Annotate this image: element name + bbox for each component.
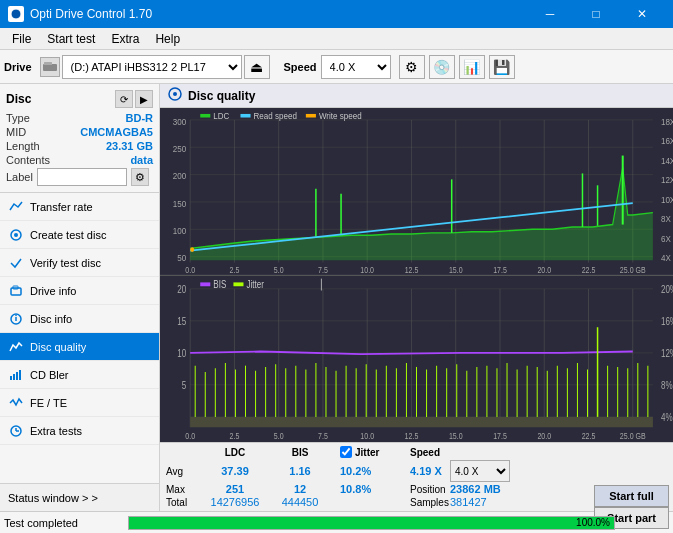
svg-text:10.0: 10.0 xyxy=(360,430,374,440)
speed-select[interactable]: 4.0 X xyxy=(321,55,391,79)
sidebar-item-transfer-rate[interactable]: Transfer rate xyxy=(0,193,159,221)
menu-help[interactable]: Help xyxy=(147,30,188,48)
sidebar-item-create-test-disc[interactable]: Create test disc xyxy=(0,221,159,249)
sidebar-label-disc-quality: Disc quality xyxy=(30,341,86,353)
minimize-button[interactable]: ─ xyxy=(527,0,573,28)
content-header-title: Disc quality xyxy=(188,89,255,103)
sidebar-item-disc-info[interactable]: Disc info xyxy=(0,305,159,333)
status-window-item[interactable]: Status window > > xyxy=(0,483,159,511)
disc-label-label: Label xyxy=(6,171,33,183)
jitter-header: Jitter xyxy=(355,447,379,458)
svg-text:BIS: BIS xyxy=(213,278,226,289)
disc-mid-value[interactable]: CMCMAGBA5 xyxy=(80,126,153,138)
svg-marker-113 xyxy=(190,416,653,426)
chart-button[interactable]: 📊 xyxy=(459,55,485,79)
svg-point-18 xyxy=(173,92,177,96)
disc-icon-btn-1[interactable]: ⟳ xyxy=(115,90,133,108)
speed-header: Speed xyxy=(410,447,450,458)
svg-text:25.0 GB: 25.0 GB xyxy=(620,266,646,275)
sidebar-label-extra-tests: Extra tests xyxy=(30,425,82,437)
total-label: Total xyxy=(166,497,200,508)
sidebar-label-drive-info: Drive info xyxy=(30,285,76,297)
sidebar: Disc ⟳ ▶ Type BD-R MID CMCMAGBA5 Length … xyxy=(0,84,160,511)
sidebar-item-fe-te[interactable]: FE / TE xyxy=(0,389,159,417)
svg-text:12%: 12% xyxy=(661,347,673,358)
progress-text: 100.0% xyxy=(576,517,610,529)
svg-rect-70 xyxy=(200,114,210,118)
sidebar-item-verify-test-disc[interactable]: Verify test disc xyxy=(0,249,159,277)
close-button[interactable]: ✕ xyxy=(619,0,665,28)
drive-select[interactable]: (D:) ATAPI iHBS312 2 PL17 xyxy=(62,55,242,79)
svg-rect-12 xyxy=(16,372,18,380)
disc-info-icon xyxy=(8,311,24,327)
top-chart-svg: 300 250 200 150 100 50 18X 16X 14X 12X 1… xyxy=(160,108,673,275)
disc-contents-label: Contents xyxy=(6,154,50,166)
charts-area: 300 250 200 150 100 50 18X 16X 14X 12X 1… xyxy=(160,108,673,442)
disc-label-input[interactable] xyxy=(37,168,127,186)
sidebar-label-create-test-disc: Create test disc xyxy=(30,229,106,241)
total-ldc: 14276956 xyxy=(200,496,270,508)
start-part-button[interactable]: Start part xyxy=(594,507,669,511)
content-header-icon xyxy=(168,87,182,104)
status-text: Test completed xyxy=(4,517,124,529)
settings-button[interactable]: ⚙ xyxy=(399,55,425,79)
disc-icon-btn-2[interactable]: ▶ xyxy=(135,90,153,108)
avg-label: Avg xyxy=(166,466,200,477)
svg-text:5.0: 5.0 xyxy=(274,430,284,440)
extra-tests-icon xyxy=(8,423,24,439)
title-bar: Opti Drive Control 1.70 ─ □ ✕ xyxy=(0,0,673,28)
menu-start-test[interactable]: Start test xyxy=(39,30,103,48)
cd-bler-icon xyxy=(8,367,24,383)
svg-text:8X: 8X xyxy=(661,214,671,225)
sidebar-item-drive-info[interactable]: Drive info xyxy=(0,277,159,305)
svg-rect-74 xyxy=(306,114,316,118)
max-label: Max xyxy=(166,484,200,495)
svg-point-9 xyxy=(15,314,17,316)
svg-text:7.5: 7.5 xyxy=(318,430,328,440)
menu-file[interactable]: File xyxy=(4,30,39,48)
disc-contents-value[interactable]: data xyxy=(130,154,153,166)
start-part-button-container: Start part xyxy=(594,507,669,511)
save-button[interactable]: 💾 xyxy=(489,55,515,79)
jitter-checkbox[interactable] xyxy=(340,446,352,458)
disc-contents-row: Contents data xyxy=(6,154,153,166)
title-bar-left: Opti Drive Control 1.70 xyxy=(8,6,152,22)
sidebar-item-disc-quality[interactable]: Disc quality xyxy=(0,333,159,361)
stats-row-max: Max 251 12 10.8% Position 23862 MB Start… xyxy=(166,483,667,495)
bottom-chart-svg: 20 15 10 5 20% 16% 12% 8% 4% 0.0 2.5 5.0… xyxy=(160,276,673,443)
sidebar-item-cd-bler[interactable]: CD Bler xyxy=(0,361,159,389)
eject-button[interactable]: ⏏ xyxy=(244,55,270,79)
svg-text:0.0: 0.0 xyxy=(185,266,195,275)
disc-section: Disc ⟳ ▶ Type BD-R MID CMCMAGBA5 Length … xyxy=(0,84,159,193)
start-full-button[interactable]: Start full xyxy=(594,485,669,507)
svg-text:200: 200 xyxy=(173,171,187,182)
action-buttons: Start full xyxy=(594,485,669,507)
maximize-button[interactable]: □ xyxy=(573,0,619,28)
svg-text:Jitter: Jitter xyxy=(247,278,264,289)
svg-text:300: 300 xyxy=(173,116,187,127)
svg-rect-10 xyxy=(10,376,12,380)
fe-te-icon xyxy=(8,395,24,411)
menu-extra[interactable]: Extra xyxy=(103,30,147,48)
disc-label-icon-btn[interactable]: ⚙ xyxy=(131,168,149,186)
sidebar-label-verify-test-disc: Verify test disc xyxy=(30,257,101,269)
svg-text:17.5: 17.5 xyxy=(493,266,507,275)
max-ldc: 251 xyxy=(200,483,270,495)
stats-row-total: Total 14276956 444450 Samples 381427 xyxy=(166,496,667,508)
sidebar-label-transfer-rate: Transfer rate xyxy=(30,201,93,213)
disc-quality-icon xyxy=(8,339,24,355)
app-title: Opti Drive Control 1.70 xyxy=(30,7,152,21)
svg-text:4X: 4X xyxy=(661,253,671,264)
samples-value: 381427 xyxy=(450,496,510,508)
svg-text:16%: 16% xyxy=(661,315,673,326)
sidebar-item-extra-tests[interactable]: Extra tests xyxy=(0,417,159,445)
max-bis: 12 xyxy=(270,483,330,495)
status-bar: Test completed 100.0% 33:29 xyxy=(0,511,673,533)
svg-text:Read speed: Read speed xyxy=(254,110,297,121)
svg-text:20: 20 xyxy=(177,283,186,294)
speed-dropdown[interactable]: 4.0 X xyxy=(450,460,510,482)
svg-rect-1 xyxy=(43,64,57,71)
disc-type-label: Type xyxy=(6,112,30,124)
disc-button[interactable]: 💿 xyxy=(429,55,455,79)
create-test-disc-icon xyxy=(8,227,24,243)
